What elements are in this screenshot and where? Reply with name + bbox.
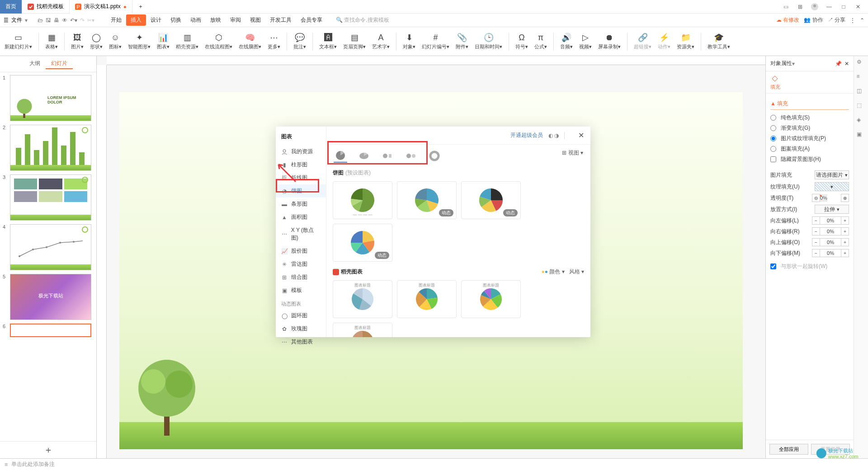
opacity-plus[interactable]: ⊕ (841, 194, 849, 202)
panel-close-icon[interactable]: ✕ (844, 61, 849, 67)
offT-minus[interactable]: − (812, 238, 820, 246)
chartcat-6[interactable]: 📈股价图 (276, 244, 326, 258)
daogrid1-card-0[interactable]: 图表标题 (333, 280, 392, 318)
qat-open-icon[interactable]: 🗁 (38, 17, 43, 24)
menu-hamburger-icon[interactable]: ☰ (4, 17, 9, 24)
preset-pie-3[interactable]: 动态 (333, 224, 392, 262)
ribbon-headerfooter[interactable]: ▤页眉页脚▾ (343, 33, 366, 50)
topright-more-icon[interactable]: ⋮ (850, 17, 855, 24)
share-button[interactable]: ↗ 分享 (828, 16, 845, 24)
ribbon-screenrec[interactable]: ⏺屏幕录制▾ (598, 33, 621, 50)
ribbon-res[interactable]: ▥稻壳资源▾ (176, 33, 198, 50)
ribbon-video[interactable]: ▷视频▾ (579, 33, 592, 50)
add-slide-button[interactable]: ＋ (0, 441, 96, 458)
theme-toggle-icon[interactable]: ◐ ◑ (548, 132, 559, 139)
ribbon-object[interactable]: ⬇对象▾ (403, 33, 415, 50)
qat-redo-icon[interactable]: ↷ (80, 17, 85, 24)
chartcat-0[interactable]: ▮柱形图 (276, 158, 326, 171)
chartcat-3[interactable]: ▬条形图 (276, 197, 326, 211)
minimize-button[interactable]: — (824, 3, 835, 11)
preset-pie-1[interactable]: 动态 (397, 181, 457, 219)
sidetab-6[interactable]: ▣ (857, 131, 866, 140)
ribbon-teach[interactable]: 🎓教学工具▾ (708, 33, 730, 50)
ribbon-audio[interactable]: 🔊音频▾ (560, 33, 573, 50)
chartdyn-1[interactable]: ✿玫瑰图 (276, 322, 326, 335)
subtype-pie-3d[interactable] (357, 149, 371, 163)
qat-scissor-icon[interactable]: ✂▾ (87, 17, 94, 24)
menu-开发工具[interactable]: 开发工具 (265, 14, 296, 26)
command-search[interactable]: 🔍 查找命令,搜索模板 (336, 16, 389, 24)
close-button[interactable]: ✕ (853, 3, 863, 11)
ribbon-shape[interactable]: ◯形状▾ (90, 33, 103, 50)
slide-thumb-6[interactable] (10, 324, 91, 337)
offR-minus[interactable]: − (812, 227, 820, 235)
file-menu[interactable]: 文件 (11, 16, 22, 24)
qat-save-icon[interactable]: 🖫 (46, 17, 51, 24)
texture-select[interactable]: ▾ (815, 182, 849, 191)
grid-icon[interactable]: ⊞ (795, 3, 806, 11)
view-mode-toggle[interactable]: ⊞ 视图 ▾ (562, 149, 583, 163)
menu-会员专享[interactable]: 会员专享 (296, 14, 327, 26)
slide-thumb-1[interactable]: LOREM IPSUM DOLOR (10, 75, 91, 121)
fill-radio-3[interactable] (770, 146, 776, 152)
user-avatar[interactable] (809, 3, 820, 11)
ribbon-resf[interactable]: 📁资源夹▾ (677, 33, 694, 50)
opacity-minus[interactable]: ⊖ (812, 194, 820, 202)
offR-plus[interactable]: ＋ (841, 227, 849, 235)
dialog-close-button[interactable]: ✕ (578, 131, 584, 140)
panel-pin-icon[interactable]: 📌 (835, 61, 842, 67)
fill-section-header[interactable]: ▲ 填充 (770, 98, 849, 110)
ribbon-comment[interactable]: 💬批注▾ (293, 33, 306, 50)
slide-thumb-2[interactable] (10, 125, 91, 171)
slide-thumb-5[interactable]: 极光下载站 (10, 274, 91, 320)
sidetab-3[interactable]: ◫ (857, 88, 866, 97)
chartcat-7[interactable]: ✳雷达图 (276, 258, 326, 271)
picfill-select[interactable]: 请选择图片 ▾ (815, 170, 849, 179)
sidetab-5[interactable]: ◈ (857, 117, 866, 126)
menu-视图[interactable]: 视图 (245, 14, 265, 26)
maximize-button[interactable]: □ (838, 3, 849, 11)
chartcat-2[interactable]: ◔饼图 (276, 184, 326, 197)
tab-home[interactable]: 首页 (0, 0, 22, 14)
chartcat-8[interactable]: ⊞组合图 (276, 271, 326, 284)
ribbon-more[interactable]: ⋯更多▾ (268, 33, 280, 50)
chart-myres[interactable]: 我的资源 (276, 145, 326, 158)
tab-doc[interactable]: P 演示文稿1.pptx ● (70, 0, 132, 14)
chartcat-4[interactable]: ▲面积图 (276, 211, 326, 224)
sidetab-1[interactable]: ⚙ (857, 59, 866, 68)
new-tab-button[interactable]: ＋ (132, 0, 149, 14)
offL-plus[interactable]: ＋ (841, 216, 849, 225)
subtype-pie[interactable] (334, 149, 347, 163)
ribbon-image[interactable]: 🖼图片▾ (71, 33, 84, 50)
ribbon-table[interactable]: ▦表格▾ (45, 33, 58, 50)
preset-pie-2[interactable]: 动态 (461, 181, 521, 219)
ribbon-symbol[interactable]: Ω符号▾ (515, 33, 528, 50)
file-menu-chevron[interactable]: ▾ (25, 17, 28, 24)
ribbon-formula[interactable]: π公式▾ (534, 33, 547, 50)
chartdyn-2[interactable]: ⋯其他图表 (276, 335, 326, 348)
offT-plus[interactable]: ＋ (841, 238, 849, 246)
fill-tab[interactable]: 填充 (770, 84, 849, 90)
menu-放映[interactable]: 放映 (206, 14, 226, 26)
offL-minus[interactable]: − (812, 216, 820, 225)
notes-bar[interactable]: ≡单击此处添加备注 (0, 458, 868, 470)
ribbon-flow[interactable]: ⬡在线流程图▾ (205, 33, 232, 50)
hide-bg-checkbox[interactable] (770, 156, 776, 162)
menu-开始[interactable]: 开始 (106, 14, 126, 26)
fill-radio-1[interactable] (770, 125, 776, 131)
slide-thumb-4[interactable] (10, 224, 91, 270)
ribbon-mind[interactable]: 🧠在线脑图▾ (239, 33, 261, 50)
slides-tab[interactable]: 幻灯片 (46, 59, 73, 69)
qat-undo-icon[interactable]: ↶▾ (70, 17, 77, 24)
rotate-checkbox[interactable] (770, 263, 776, 269)
menu-插入[interactable]: 插入 (126, 14, 146, 26)
chartcat-1[interactable]: 折折线图 (276, 171, 326, 184)
daogrid1-card-2[interactable]: 图表标题 (461, 280, 521, 318)
chartdyn-0[interactable]: ◯圆环图 (276, 309, 326, 322)
daogrid1-card-3[interactable]: 图表标题 (333, 323, 392, 337)
unsaved-indicator[interactable]: ☁ 有修改 (776, 16, 799, 24)
style-filter[interactable]: 风格 ▾ (569, 268, 584, 276)
offB-plus[interactable]: ＋ (841, 249, 849, 257)
menu-审阅[interactable]: 审阅 (226, 14, 245, 26)
subtype-pie-of-pie[interactable] (404, 149, 418, 163)
